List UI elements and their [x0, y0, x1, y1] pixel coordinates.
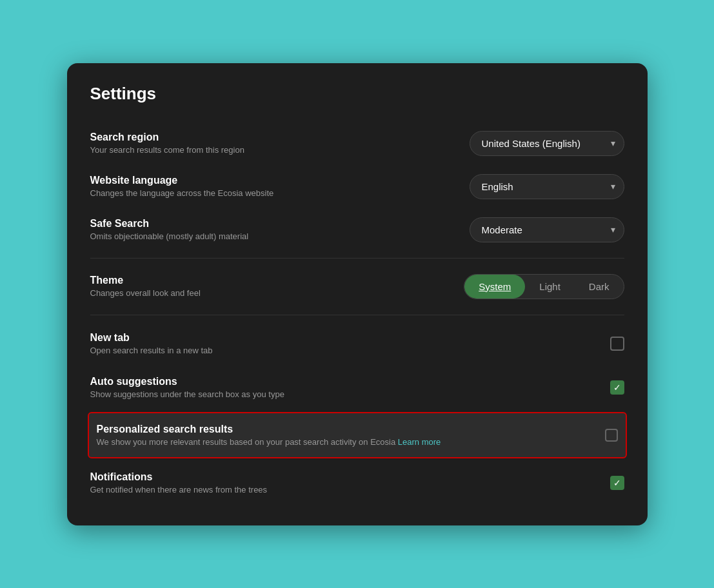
- notifications-checkbox[interactable]: ✓: [610, 476, 624, 490]
- theme-light-button[interactable]: Light: [525, 275, 575, 299]
- safe-search-desc: Omits objectionable (mostly adult) mater…: [90, 231, 470, 241]
- search-region-desc: Your search results come from this regio…: [90, 145, 470, 155]
- divider-2: [90, 315, 624, 315]
- website-language-label: Website language: [90, 175, 470, 186]
- settings-title: Settings: [90, 84, 624, 104]
- safe-search-row: Safe Search Omits objectionable (mostly …: [90, 208, 624, 251]
- website-language-info: Website language Changes the language ac…: [90, 175, 470, 198]
- personalized-search-desc: We show you more relevant results based …: [97, 437, 605, 447]
- theme-dark-button[interactable]: Dark: [575, 275, 624, 299]
- new-tab-label: New tab: [90, 332, 610, 344]
- search-region-select-wrapper: United States (English) United Kingdom (…: [470, 131, 624, 156]
- notifications-info: Notifications Get notified when there ar…: [90, 471, 610, 495]
- auto-suggestions-label: Auto suggestions: [90, 376, 610, 387]
- divider-1: [90, 258, 624, 259]
- new-tab-desc: Open search results in a new tab: [90, 346, 610, 355]
- safe-search-select[interactable]: Strict Moderate Off: [470, 217, 624, 242]
- auto-suggestions-checkbox[interactable]: ✓: [610, 380, 624, 395]
- auto-suggestions-row: Auto suggestions Show suggestions under …: [90, 366, 624, 409]
- theme-toggle-group: System Light Dark: [464, 274, 624, 299]
- notifications-row: Notifications Get notified when there ar…: [90, 461, 624, 505]
- search-region-row: Search region Your search results come f…: [90, 122, 624, 165]
- personalized-search-label: Personalized search results: [97, 424, 605, 435]
- theme-label: Theme: [90, 275, 464, 286]
- theme-desc: Changes overall look and feel: [90, 288, 464, 298]
- personalized-search-desc-text: We show you more relevant results based …: [97, 437, 398, 447]
- new-tab-info: New tab Open search results in a new tab: [90, 332, 610, 355]
- safe-search-select-wrapper: Strict Moderate Off: [470, 217, 624, 242]
- search-region-label: Search region: [90, 132, 470, 143]
- theme-info: Theme Changes overall look and feel: [90, 275, 464, 298]
- checkmark-icon-notifications: ✓: [613, 478, 621, 488]
- theme-system-button[interactable]: System: [464, 275, 525, 299]
- new-tab-row: New tab Open search results in a new tab: [90, 322, 624, 366]
- safe-search-info: Safe Search Omits objectionable (mostly …: [90, 218, 470, 241]
- personalized-search-row: Personalized search results We show you …: [88, 412, 627, 458]
- personalized-search-learn-more[interactable]: Learn more: [398, 437, 441, 447]
- personalized-search-checkbox[interactable]: [605, 429, 618, 442]
- search-region-info: Search region Your search results come f…: [90, 132, 470, 155]
- checkmark-icon: ✓: [613, 382, 621, 393]
- new-tab-checkbox[interactable]: [610, 337, 624, 351]
- auto-suggestions-desc: Show suggestions under the search box as…: [90, 389, 610, 399]
- website-language-desc: Changes the language across the Ecosia w…: [90, 188, 470, 198]
- website-language-select-wrapper: English Deutsch Français Español: [470, 174, 624, 199]
- notifications-label: Notifications: [90, 471, 610, 483]
- safe-search-label: Safe Search: [90, 218, 470, 230]
- search-region-select[interactable]: United States (English) United Kingdom (…: [470, 131, 624, 156]
- theme-row: Theme Changes overall look and feel Syst…: [90, 265, 624, 308]
- auto-suggestions-info: Auto suggestions Show suggestions under …: [90, 376, 610, 399]
- notifications-desc: Get notified when there are news from th…: [90, 485, 610, 495]
- settings-panel: Settings Search region Your search resul…: [67, 63, 648, 525]
- website-language-row: Website language Changes the language ac…: [90, 165, 624, 208]
- website-language-select[interactable]: English Deutsch Français Español: [470, 174, 624, 199]
- personalized-search-info: Personalized search results We show you …: [97, 424, 605, 447]
